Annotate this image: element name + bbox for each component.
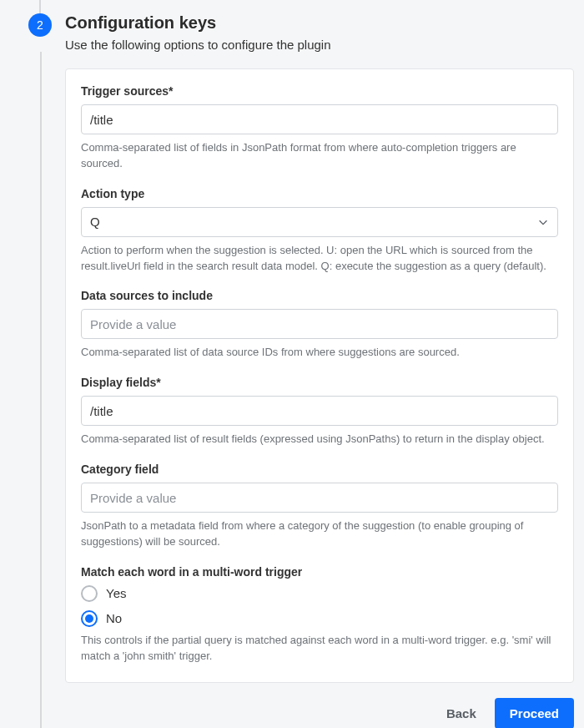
match-each-word-no[interactable]: No <box>81 610 558 627</box>
field-display-fields: Display fields* Comma-separated list of … <box>81 376 558 447</box>
action-type-help: Action to perform when the suggestion is… <box>81 243 558 275</box>
radio-icon <box>81 585 98 602</box>
field-category-field: Category field JsonPath to a metadata fi… <box>81 463 558 550</box>
action-type-select[interactable]: Q <box>81 207 558 237</box>
step-subtitle: Use the following options to configure t… <box>65 38 331 52</box>
step-title: Configuration keys <box>65 13 331 33</box>
config-card: Trigger sources* Comma-separated list of… <box>65 68 574 683</box>
category-field-help: JsonPath to a metadata field from where … <box>81 518 558 550</box>
radio-icon <box>81 610 98 627</box>
match-each-word-label: Match each word in a multi-word trigger <box>81 565 558 579</box>
data-sources-help: Comma-separated list of data source IDs … <box>81 345 558 361</box>
field-trigger-sources: Trigger sources* Comma-separated list of… <box>81 84 558 172</box>
data-sources-label: Data sources to include <box>81 289 558 302</box>
display-fields-help: Comma-separated list of result fields (e… <box>81 432 558 447</box>
step-badge: 2 <box>28 13 52 37</box>
match-each-word-yes[interactable]: Yes <box>81 585 558 602</box>
proceed-button[interactable]: Proceed <box>495 698 574 728</box>
category-field-label: Category field <box>81 463 558 476</box>
field-action-type: Action type Q Action to perform when the… <box>81 187 558 275</box>
trigger-sources-input[interactable] <box>81 104 558 134</box>
display-fields-input[interactable] <box>81 396 558 426</box>
trigger-sources-label: Trigger sources* <box>81 84 558 98</box>
data-sources-input[interactable] <box>81 309 558 339</box>
field-data-sources: Data sources to include Comma-separated … <box>81 289 558 361</box>
trigger-sources-help: Comma-separated list of fields in JsonPa… <box>81 140 558 172</box>
match-each-word-help: This controls if the partial query is ma… <box>81 633 558 665</box>
category-field-input[interactable] <box>81 483 558 513</box>
chevron-down-icon <box>537 216 549 228</box>
field-match-each-word: Match each word in a multi-word trigger … <box>81 565 558 665</box>
action-type-label: Action type <box>81 187 558 200</box>
display-fields-label: Display fields* <box>81 376 558 389</box>
step-header: 2 Configuration keys Use the following o… <box>28 0 574 52</box>
radio-label-yes: Yes <box>106 586 126 600</box>
back-button[interactable]: Back <box>446 706 476 720</box>
radio-label-no: No <box>106 611 122 625</box>
action-type-value: Q <box>90 215 100 229</box>
footer: Back Proceed <box>65 698 574 728</box>
